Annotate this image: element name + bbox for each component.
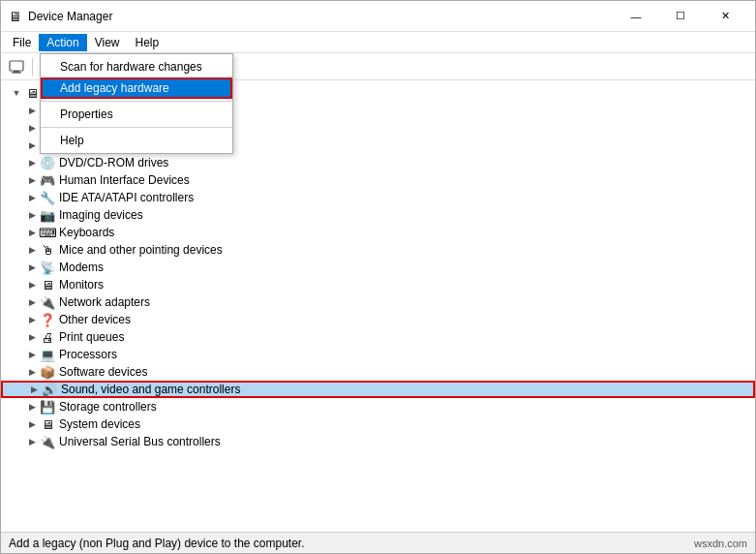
minimize-button[interactable]: — — [614, 1, 658, 32]
expander-system[interactable]: ▶ — [24, 416, 40, 432]
label-dvd: DVD/CD-ROM drives — [59, 156, 168, 169]
expander-proc[interactable]: ▶ — [24, 347, 40, 362]
maximize-button[interactable]: ☐ — [658, 1, 703, 32]
action-dropdown-menu: Scan for hardware changes Add legacy har… — [40, 53, 233, 154]
expander-display[interactable]: ▶ — [24, 138, 40, 153]
root-icon: 🖥 — [24, 85, 40, 101]
list-item[interactable]: ▶ 💻 Processors — [1, 346, 755, 363]
icon-hid: 🎮 — [40, 172, 55, 188]
label-ide: IDE ATA/ATAPI controllers — [59, 191, 194, 204]
dropdown-separator-1 — [41, 101, 232, 102]
label-print: Print queues — [59, 330, 124, 344]
expander-modems[interactable]: ▶ — [24, 260, 40, 275]
icon-imaging: 📷 — [40, 207, 55, 223]
icon-sound: 🔊 — [42, 382, 57, 397]
list-item[interactable]: ▶ 💾 Storage controllers — [1, 398, 755, 416]
icon-processors: 💻 — [40, 347, 55, 362]
toolbar-icon-1 — [9, 59, 24, 75]
label-system: System devices — [59, 417, 140, 431]
label-usb: Universal Serial Bus controllers — [59, 435, 221, 448]
list-item[interactable]: ▶ 🔧 IDE ATA/ATAPI controllers — [1, 189, 755, 206]
expander-software[interactable]: ▶ — [24, 364, 40, 380]
list-item[interactable]: ▶ ⌨ Keyboards — [1, 224, 755, 241]
label-hid: Human Interface Devices — [59, 173, 190, 187]
icon-modems: 📡 — [40, 260, 55, 275]
close-button[interactable]: ✕ — [703, 1, 747, 32]
menu-properties[interactable]: Properties — [41, 104, 232, 125]
expander-hid[interactable]: ▶ — [24, 172, 40, 188]
label-sound: Sound, video and game controllers — [61, 383, 240, 396]
expander-imaging[interactable]: ▶ — [24, 207, 40, 223]
expander-computer[interactable]: ▶ — [24, 103, 40, 118]
expander-storage[interactable]: ▶ — [24, 399, 40, 415]
expander-print[interactable]: ▶ — [24, 329, 40, 345]
list-item[interactable]: ▶ 🖥 Monitors — [1, 276, 755, 293]
list-item[interactable]: ▶ 🔊 Sound, video and game controllers — [1, 381, 755, 398]
list-item[interactable]: ▶ 🖨 Print queues — [1, 328, 755, 346]
menu-help-item[interactable]: Help — [41, 130, 232, 151]
expander-dvd[interactable]: ▶ — [24, 155, 40, 170]
label-processors: Processors — [59, 348, 117, 361]
list-item[interactable]: ▶ 🖥 System devices — [1, 416, 755, 433]
toolbar-separator — [32, 58, 33, 76]
menu-add-legacy[interactable]: Add legacy hardware — [41, 77, 232, 99]
list-item[interactable]: ▶ 📦 Software devices — [1, 363, 755, 381]
app-icon: 🖥 — [9, 9, 22, 24]
menu-action[interactable]: Action — [39, 34, 86, 51]
expander-sound[interactable]: ▶ — [26, 382, 42, 397]
expander-disk[interactable]: ▶ — [24, 120, 40, 136]
window-title: Device Manager — [28, 10, 112, 23]
icon-software: 📦 — [40, 364, 55, 380]
menu-view[interactable]: View — [87, 34, 128, 51]
expander-monitors[interactable]: ▶ — [24, 277, 40, 292]
list-item[interactable]: ▶ 📷 Imaging devices — [1, 206, 755, 224]
icon-mice: 🖱 — [40, 242, 55, 258]
svg-rect-0 — [10, 61, 23, 71]
label-imaging: Imaging devices — [59, 208, 143, 222]
icon-monitors: 🖥 — [40, 277, 55, 292]
dropdown-separator-2 — [41, 127, 232, 128]
label-other: Other devices — [59, 313, 131, 326]
icon-keyboard: ⌨ — [40, 225, 55, 240]
menu-file[interactable]: File — [5, 34, 39, 51]
expander-ide[interactable]: ▶ — [24, 190, 40, 205]
label-keyboard: Keyboards — [59, 226, 114, 239]
icon-print: 🖨 — [40, 329, 55, 345]
icon-network: 🔌 — [40, 294, 55, 310]
menu-scan-hardware[interactable]: Scan for hardware changes — [41, 56, 232, 77]
status-bar: Add a legacy (non Plug and Play) device … — [1, 532, 755, 553]
toolbar-btn-1[interactable] — [5, 56, 28, 77]
list-item[interactable]: ▶ 🎮 Human Interface Devices — [1, 171, 755, 189]
label-monitors: Monitors — [59, 278, 104, 292]
icon-other: ❓ — [40, 312, 55, 327]
icon-ide: 🔧 — [40, 190, 55, 205]
icon-usb: 🔌 — [40, 434, 55, 449]
list-item[interactable]: ▶ 🔌 Network adapters — [1, 293, 755, 311]
expander-usb[interactable]: ▶ — [24, 434, 40, 449]
menu-bar: File Action View Help Scan for hardware … — [1, 32, 755, 53]
title-left: 🖥 Device Manager — [9, 9, 112, 24]
label-storage: Storage controllers — [59, 400, 157, 414]
root-expander[interactable]: ▼ — [9, 85, 24, 101]
device-manager-window: 🖥 Device Manager — ☐ ✕ File Action View … — [0, 0, 756, 554]
status-right: wsxdn.com — [694, 538, 747, 549]
expander-network[interactable]: ▶ — [24, 294, 40, 310]
label-network: Network adapters — [59, 295, 150, 309]
label-software: Software devices — [59, 365, 147, 379]
menu-help[interactable]: Help — [128, 34, 167, 51]
list-item[interactable]: ▶ 💿 DVD/CD-ROM drives — [1, 154, 755, 171]
list-item[interactable]: ▶ 🖱 Mice and other pointing devices — [1, 241, 755, 259]
expander-mice[interactable]: ▶ — [24, 242, 40, 258]
window-controls: — ☐ ✕ — [614, 1, 747, 32]
icon-system: 🖥 — [40, 416, 55, 432]
expander-other[interactable]: ▶ — [24, 312, 40, 327]
list-item[interactable]: ▶ ❓ Other devices — [1, 311, 755, 328]
icon-dvd: 💿 — [40, 155, 55, 170]
status-message: Add a legacy (non Plug and Play) device … — [9, 537, 305, 550]
title-bar: 🖥 Device Manager — ☐ ✕ — [1, 1, 755, 32]
label-modems: Modems — [59, 261, 104, 274]
list-item[interactable]: ▶ 🔌 Universal Serial Bus controllers — [1, 433, 755, 450]
list-item[interactable]: ▶ 📡 Modems — [1, 259, 755, 276]
label-mice: Mice and other pointing devices — [59, 243, 223, 257]
icon-storage: 💾 — [40, 399, 55, 415]
